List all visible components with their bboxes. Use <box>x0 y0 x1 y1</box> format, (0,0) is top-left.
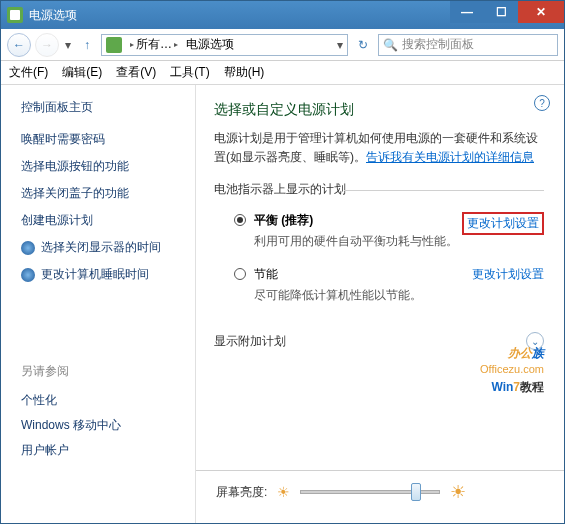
sidebar-item-powerbtn[interactable]: 选择电源按钮的功能 <box>1 153 195 180</box>
page-description: 电源计划是用于管理计算机如何使用电源的一套硬件和系统设置(如显示器亮度、睡眠等)… <box>214 129 544 167</box>
see-also-mobility[interactable]: Windows 移动中心 <box>21 413 121 438</box>
plan-desc: 利用可用的硬件自动平衡功耗与性能。 <box>254 233 544 250</box>
app-icon <box>7 7 23 23</box>
close-button[interactable]: ✕ <box>518 1 564 23</box>
radio-powersaver[interactable] <box>234 268 246 280</box>
change-plan-settings-link[interactable]: 更改计划设置 <box>472 266 544 283</box>
expand-button[interactable]: ⌄ <box>526 332 544 350</box>
sidebar-item-sleep[interactable]: 更改计算机睡眠时间 <box>1 261 195 288</box>
sun-dim-icon: ☀ <box>277 484 290 500</box>
search-icon: 🔍 <box>383 38 398 52</box>
back-button[interactable]: ← <box>7 33 31 57</box>
see-also-accounts[interactable]: 用户帐户 <box>21 438 121 463</box>
search-input[interactable]: 🔍 搜索控制面板 <box>378 34 558 56</box>
address-bar[interactable]: ▸所有…▸ 电源选项 ▾ <box>101 34 348 56</box>
address-dropdown-icon[interactable]: ▾ <box>337 38 343 52</box>
brightness-bar: 屏幕亮度: ☀ ☀ <box>196 470 564 513</box>
learn-more-link[interactable]: 告诉我有关电源计划的详细信息 <box>366 150 534 164</box>
forward-button: → <box>35 33 59 57</box>
chevron-icon: ▸ <box>130 40 134 49</box>
sun-bright-icon: ☀ <box>450 481 466 503</box>
menu-view[interactable]: 查看(V) <box>116 64 156 81</box>
breadcrumb-seg[interactable]: 所有… <box>136 36 172 53</box>
menu-help[interactable]: 帮助(H) <box>224 64 265 81</box>
display-icon <box>21 241 35 255</box>
sidebar-item-password[interactable]: 唤醒时需要密码 <box>1 126 195 153</box>
plan-desc: 尽可能降低计算机性能以节能。 <box>254 287 544 304</box>
radio-balanced[interactable] <box>234 214 246 226</box>
change-plan-settings-link[interactable]: 更改计划设置 <box>462 212 544 235</box>
maximize-button[interactable]: ☐ <box>484 1 518 23</box>
breadcrumb-seg[interactable]: 电源选项 <box>186 36 234 53</box>
search-placeholder: 搜索控制面板 <box>402 36 474 53</box>
menu-tools[interactable]: 工具(T) <box>170 64 209 81</box>
see-also-personalize[interactable]: 个性化 <box>21 388 121 413</box>
plan-balanced[interactable]: 平衡 (推荐) 利用可用的硬件自动平衡功耗与性能。 更改计划设置 <box>214 206 544 260</box>
window-title: 电源选项 <box>29 7 450 24</box>
sidebar-item-create[interactable]: 创建电源计划 <box>1 207 195 234</box>
minimize-button[interactable]: — <box>450 1 484 23</box>
address-icon <box>106 37 122 53</box>
nav-toolbar: ← → ▾ ↑ ▸所有…▸ 电源选项 ▾ ↻ 🔍 搜索控制面板 <box>1 29 564 61</box>
up-button[interactable]: ↑ <box>77 35 97 55</box>
history-dropdown-icon[interactable]: ▾ <box>65 38 71 52</box>
help-icon[interactable]: ? <box>534 95 550 111</box>
brightness-label: 屏幕亮度: <box>216 484 267 501</box>
menu-file[interactable]: 文件(F) <box>9 64 48 81</box>
main-panel: ? 选择或自定义电源计划 电源计划是用于管理计算机如何使用电源的一套硬件和系统设… <box>196 85 564 523</box>
sleep-icon <box>21 268 35 282</box>
show-more-plans[interactable]: 显示附加计划 <box>214 333 286 350</box>
menu-edit[interactable]: 编辑(E) <box>62 64 102 81</box>
see-also-header: 另请参阅 <box>21 363 121 380</box>
menu-bar: 文件(F) 编辑(E) 查看(V) 工具(T) 帮助(H) <box>1 61 564 85</box>
sidebar-item-lid[interactable]: 选择关闭盖子的功能 <box>1 180 195 207</box>
titlebar: 电源选项 — ☐ ✕ <box>1 1 564 29</box>
brightness-slider[interactable] <box>300 483 440 501</box>
page-heading: 选择或自定义电源计划 <box>214 101 544 119</box>
sidebar-item-display-off[interactable]: 选择关闭显示器的时间 <box>1 234 195 261</box>
plan-powersaver[interactable]: 节能 尽可能降低计算机性能以节能。 更改计划设置 <box>214 260 544 314</box>
plan-group-label: 电池指示器上显示的计划 <box>214 181 544 198</box>
refresh-button[interactable]: ↻ <box>352 34 374 56</box>
sidebar: 控制面板主页 唤醒时需要密码 选择电源按钮的功能 选择关闭盖子的功能 创建电源计… <box>1 85 196 523</box>
sidebar-header[interactable]: 控制面板主页 <box>1 99 195 126</box>
